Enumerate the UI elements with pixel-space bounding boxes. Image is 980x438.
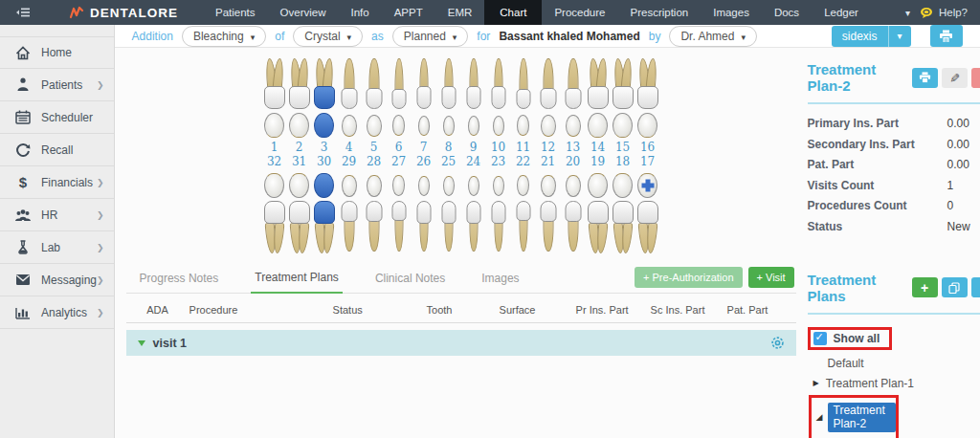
column-header-sc-ins-part[interactable]: Sc Ins. Part (647, 304, 724, 316)
sidebar-item-scheduler[interactable]: Scheduler (0, 101, 114, 134)
tooth-number-26[interactable]: 26 (412, 155, 435, 169)
add-plan-button[interactable] (912, 277, 938, 297)
tooth-13[interactable] (562, 57, 585, 109)
tree-expanded-icon[interactable]: ◢ (816, 412, 823, 422)
tooth-18[interactable] (612, 201, 635, 252)
tooth-2[interactable] (288, 57, 311, 109)
tooth-25[interactable] (437, 201, 460, 252)
occlusal-6[interactable] (392, 115, 405, 136)
tooth-number-30[interactable]: 30 (312, 155, 336, 169)
tooth-32[interactable] (263, 201, 286, 252)
tree-collapsed-icon[interactable]: ▶ (813, 379, 819, 387)
tooth-11[interactable] (512, 57, 535, 109)
tooth-21[interactable] (537, 201, 560, 252)
occlusal-1[interactable] (264, 113, 284, 138)
occlusal-26[interactable] (418, 176, 430, 196)
tooth-number-3[interactable]: 3 (312, 141, 336, 155)
tooth-number-25[interactable]: 25 (436, 155, 460, 169)
tooth-number-7[interactable]: 7 (412, 141, 435, 155)
occlusal-13[interactable] (566, 115, 581, 137)
tooth-number-2[interactable]: 2 (287, 141, 311, 155)
occlusal-24[interactable] (468, 176, 479, 196)
visit-group-row[interactable]: visit 1 (126, 330, 796, 356)
occlusal-12[interactable] (541, 115, 556, 137)
status-dropdown[interactable]: Planned (392, 26, 469, 47)
occlusal-4[interactable] (342, 115, 357, 137)
tree-item-treatment-plan-1[interactable]: ▶ Treatment Plan-1 (813, 377, 980, 390)
tooth-24[interactable] (462, 201, 485, 252)
tooth-8[interactable] (437, 57, 460, 109)
nav-item-prescription[interactable]: Prescription (617, 0, 701, 25)
occlusal-21[interactable] (541, 175, 556, 197)
occlusal-8[interactable] (443, 116, 455, 136)
tab-treatment-plans[interactable]: Treatment Plans (251, 264, 343, 294)
tree-item-treatment-plan-2[interactable]: ◢ Treatment Plan-2 (816, 403, 896, 432)
tab-clinical-notes[interactable]: Clinical Notes (371, 265, 449, 293)
occlusal-19[interactable] (588, 173, 608, 198)
help-button[interactable]: Help? (920, 7, 968, 19)
tooth-number-19[interactable]: 19 (586, 155, 610, 169)
tooth-10[interactable] (487, 57, 510, 109)
occlusal-15[interactable] (612, 113, 633, 138)
tooth-20[interactable] (562, 201, 585, 252)
occlusal-2[interactable] (289, 113, 309, 138)
tooth-6[interactable] (388, 57, 411, 109)
tooth-number-17[interactable]: 17 (635, 155, 659, 169)
column-header-pr-ins-part[interactable]: Pr Ins. Part (572, 304, 647, 316)
material-dropdown[interactable]: Crystal (293, 26, 363, 47)
nav-item-appt[interactable]: APPT (382, 0, 435, 25)
visit-settings-button[interactable] (770, 336, 785, 350)
tooth-number-12[interactable]: 12 (536, 141, 560, 155)
occlusal-5[interactable] (367, 115, 382, 137)
nav-item-images[interactable]: Images (701, 0, 762, 25)
occlusal-10[interactable] (493, 116, 504, 136)
occlusal-20[interactable] (566, 175, 581, 197)
tooth-number-20[interactable]: 20 (561, 155, 585, 169)
tab-progress-notes[interactable]: Progress Notes (136, 265, 223, 293)
tooth-27[interactable] (388, 201, 411, 252)
tooth-number-28[interactable]: 28 (362, 155, 386, 169)
tooth-3[interactable] (313, 57, 336, 109)
sidexis-button[interactable]: sidexis (832, 26, 911, 47)
tooth-number-13[interactable]: 13 (561, 141, 585, 155)
sidebar-item-messaging[interactable]: Messaging ❯ (0, 264, 114, 296)
occlusal-31[interactable] (289, 173, 309, 198)
tooth-number-23[interactable]: 23 (486, 155, 510, 169)
column-header-ada[interactable]: ADA (126, 304, 186, 316)
tooth-4[interactable] (338, 57, 361, 109)
sidebar-item-patients[interactable]: Patients ❯ (0, 69, 114, 101)
tooth-26[interactable] (412, 201, 435, 252)
add-visit-button[interactable]: + Visit (748, 267, 794, 288)
brand-logo[interactable]: DENTALORE (42, 0, 203, 25)
copy-plan-button[interactable] (942, 277, 968, 297)
tooth-number-27[interactable]: 27 (387, 155, 411, 169)
confirm-plan-button[interactable] (971, 277, 980, 297)
occlusal-25[interactable] (443, 176, 455, 196)
tooth-12[interactable] (537, 57, 560, 109)
tooth-14[interactable] (587, 57, 610, 109)
occlusal-11[interactable] (517, 115, 529, 136)
tooth-number-21[interactable]: 21 (536, 155, 560, 169)
occlusal-18[interactable] (612, 173, 633, 198)
occlusal-30[interactable] (314, 173, 334, 198)
print-plan-button[interactable] (912, 68, 938, 88)
tooth-5[interactable] (363, 57, 386, 109)
nav-item-overview[interactable]: Overview (268, 0, 339, 25)
sidebar-item-financials[interactable]: $ Financials ❯ (0, 166, 114, 199)
occlusal-17[interactable] (637, 173, 657, 198)
tooth-17[interactable] (636, 201, 659, 252)
print-chart-button[interactable] (930, 25, 963, 47)
nav-item-emr[interactable]: EMR (435, 0, 485, 25)
tooth-number-6[interactable]: 6 (387, 141, 411, 155)
column-header-procedure[interactable]: Procedure (186, 304, 329, 316)
show-all-checkbox[interactable] (813, 332, 827, 345)
nav-item-ledger[interactable]: Ledger (812, 0, 871, 25)
tooth-22[interactable] (512, 201, 535, 252)
occlusal-16[interactable] (637, 113, 657, 138)
tooth-number-16[interactable]: 16 (635, 141, 659, 155)
occlusal-32[interactable] (264, 173, 284, 198)
sidebar-item-analytics[interactable]: Analytics ❯ (0, 296, 114, 329)
column-header-status[interactable]: Status (329, 304, 423, 316)
doctor-dropdown[interactable]: Dr. Ahmed (669, 26, 757, 47)
occlusal-22[interactable] (517, 175, 529, 196)
